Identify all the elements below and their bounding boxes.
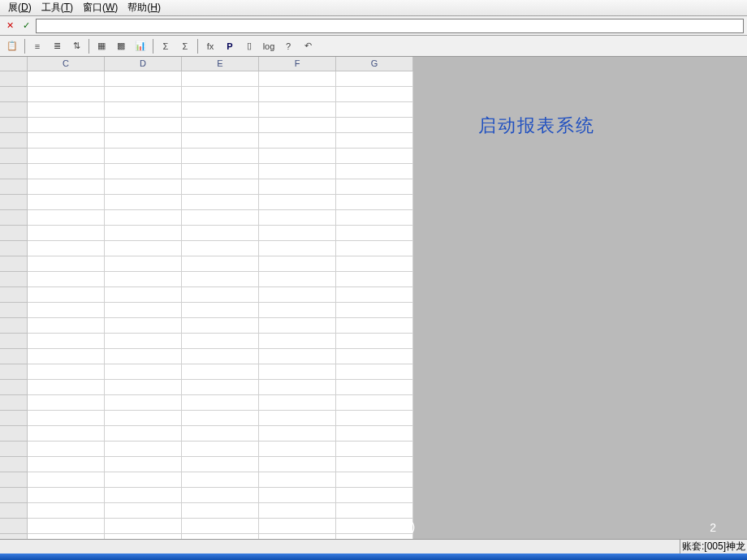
cell[interactable] (259, 287, 336, 303)
cell[interactable] (182, 256, 259, 272)
cell[interactable] (28, 226, 105, 241)
select-all-corner[interactable] (0, 57, 28, 71)
cell[interactable] (105, 272, 182, 287)
col-header-G[interactable]: G (336, 57, 413, 71)
row-header[interactable] (0, 303, 28, 318)
cell[interactable] (259, 87, 336, 102)
cell[interactable] (105, 133, 182, 149)
row-header[interactable] (0, 164, 28, 179)
cell[interactable] (259, 503, 336, 519)
cell[interactable] (336, 303, 413, 318)
cell[interactable] (28, 442, 105, 457)
cell[interactable] (105, 426, 182, 442)
cell[interactable] (259, 226, 336, 241)
cell[interactable] (105, 71, 182, 87)
cell[interactable] (259, 210, 336, 226)
cell[interactable] (182, 488, 259, 503)
p-icon[interactable]: P (221, 38, 239, 54)
cell[interactable] (105, 102, 182, 118)
cell[interactable] (182, 472, 259, 488)
formula-confirm-icon[interactable]: ✓ (19, 19, 32, 32)
cell[interactable] (28, 426, 105, 442)
row-header[interactable] (0, 503, 28, 519)
cell[interactable] (259, 149, 336, 164)
cell[interactable] (105, 380, 182, 395)
paste-icon[interactable]: 📋 (3, 38, 21, 54)
col-header-D[interactable]: D (105, 57, 182, 71)
cell[interactable] (336, 164, 413, 179)
cell[interactable] (259, 318, 336, 334)
row-header[interactable] (0, 488, 28, 503)
cell[interactable] (259, 395, 336, 411)
cell[interactable] (105, 149, 182, 164)
cell[interactable] (182, 87, 259, 102)
cell[interactable] (336, 287, 413, 303)
cell[interactable] (182, 133, 259, 149)
cell[interactable] (336, 210, 413, 226)
cell[interactable] (336, 241, 413, 256)
cell[interactable] (28, 318, 105, 334)
cell[interactable] (336, 226, 413, 241)
cell[interactable] (336, 364, 413, 380)
cell[interactable] (28, 287, 105, 303)
cell[interactable] (105, 256, 182, 272)
row-header[interactable] (0, 426, 28, 442)
grid2-icon[interactable]: ▩ (112, 38, 130, 54)
cell[interactable] (182, 395, 259, 411)
cell[interactable] (182, 149, 259, 164)
cell[interactable] (336, 272, 413, 287)
cell[interactable] (182, 457, 259, 472)
row-header[interactable] (0, 364, 28, 380)
cell[interactable] (182, 364, 259, 380)
menu-展[interactable]: 展(D) (3, 0, 37, 16)
cell[interactable] (259, 179, 336, 195)
cell[interactable] (28, 303, 105, 318)
cell[interactable] (182, 195, 259, 210)
cell[interactable] (28, 472, 105, 488)
cell[interactable] (259, 272, 336, 287)
cell[interactable] (28, 164, 105, 179)
help-icon[interactable]: ? (279, 38, 297, 54)
cell[interactable] (105, 488, 182, 503)
cell[interactable] (259, 102, 336, 118)
chart-icon[interactable]: 📊 (132, 38, 149, 54)
cell[interactable] (28, 71, 105, 87)
cell[interactable] (259, 334, 336, 349)
cell[interactable] (259, 349, 336, 364)
cell[interactable] (28, 519, 105, 534)
log-icon[interactable]: log (260, 38, 278, 54)
cell[interactable] (28, 395, 105, 411)
cell[interactable] (336, 318, 413, 334)
cell[interactable] (259, 426, 336, 442)
cell[interactable] (105, 318, 182, 334)
row-header[interactable] (0, 287, 28, 303)
cell[interactable] (28, 349, 105, 364)
row-header[interactable] (0, 272, 28, 287)
func-icon[interactable]: fx (201, 38, 219, 54)
cell[interactable] (336, 334, 413, 349)
cell[interactable] (182, 303, 259, 318)
cell[interactable] (28, 102, 105, 118)
col-header-C[interactable]: C (28, 57, 105, 71)
cell[interactable] (182, 380, 259, 395)
undo-icon[interactable]: ↶ (299, 38, 317, 54)
cell[interactable] (182, 164, 259, 179)
row-header[interactable] (0, 256, 28, 272)
row-header[interactable] (0, 179, 28, 195)
cell[interactable] (336, 472, 413, 488)
cell[interactable] (182, 272, 259, 287)
cell[interactable] (336, 380, 413, 395)
menu-窗口[interactable]: 窗口(W) (78, 0, 123, 16)
cell[interactable] (182, 241, 259, 256)
row-header[interactable] (0, 334, 28, 349)
doc-icon[interactable]: ▯ (240, 38, 258, 54)
cell[interactable] (336, 179, 413, 195)
cell[interactable] (259, 519, 336, 534)
cell[interactable] (259, 411, 336, 426)
cell[interactable] (259, 303, 336, 318)
cell[interactable] (105, 210, 182, 226)
formula-cancel-icon[interactable]: ✕ (3, 19, 16, 32)
cell[interactable] (336, 102, 413, 118)
cell[interactable] (28, 380, 105, 395)
align-center-icon[interactable]: ≣ (48, 38, 66, 54)
